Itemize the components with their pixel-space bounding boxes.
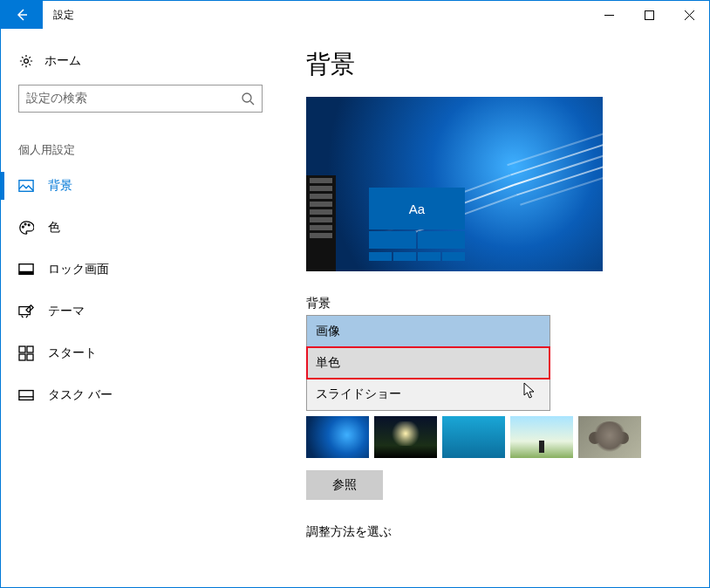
close-button[interactable] (669, 1, 709, 29)
search-icon (241, 92, 255, 106)
wallpaper-thumb[interactable] (578, 416, 641, 458)
maximize-icon (645, 10, 654, 20)
sidebar-item-themes[interactable]: テーマ (1, 291, 280, 332)
sidebar-item-label: ロック画面 (48, 262, 109, 277)
svg-rect-18 (19, 391, 33, 400)
home-label: ホーム (44, 53, 81, 69)
start-icon (18, 345, 34, 361)
taskbar-icon (18, 387, 34, 403)
search-input[interactable]: 設定の検索 (18, 85, 263, 113)
svg-point-4 (24, 59, 29, 64)
recent-images (306, 416, 683, 458)
preview-taskbar (306, 175, 336, 271)
minimize-icon (604, 10, 614, 20)
dropdown-option-picture[interactable]: 画像 (307, 316, 550, 347)
window-title: 設定 (43, 1, 589, 29)
arrow-left-icon (15, 8, 29, 22)
sidebar-item-lockscreen[interactable]: ロック画面 (1, 249, 280, 291)
svg-point-8 (23, 226, 24, 228)
close-icon (685, 10, 694, 20)
wallpaper-thumb[interactable] (374, 416, 437, 458)
gear-icon (18, 53, 34, 69)
wallpaper-thumb[interactable] (510, 416, 573, 458)
page-title: 背景 (306, 48, 683, 81)
home-button[interactable]: ホーム (1, 46, 280, 81)
picture-icon (18, 178, 34, 194)
dropdown-option-slideshow[interactable]: スライドショー (307, 379, 550, 410)
sidebar-item-taskbar[interactable]: タスク バー (1, 374, 280, 416)
svg-rect-12 (19, 271, 33, 275)
browse-button[interactable]: 参照 (306, 470, 383, 500)
category-label: 個人用設定 (1, 113, 280, 165)
sidebar-item-label: タスク バー (48, 387, 113, 403)
svg-rect-1 (645, 10, 653, 19)
sidebar-item-label: スタート (48, 345, 97, 361)
dropdown-option-solidcolor[interactable]: 単色 (307, 347, 550, 379)
svg-rect-16 (19, 354, 25, 360)
palette-icon (18, 220, 34, 236)
svg-rect-17 (27, 354, 33, 360)
back-button[interactable] (1, 1, 43, 29)
theme-icon (18, 304, 34, 319)
svg-rect-15 (27, 346, 33, 352)
sidebar: ホーム 設定の検索 個人用設定 背景 色 (1, 29, 280, 587)
minimize-button[interactable] (589, 1, 629, 29)
sidebar-item-background[interactable]: 背景 (1, 165, 280, 207)
sidebar-item-label: テーマ (48, 304, 85, 319)
window-controls (589, 1, 709, 29)
desktop-preview: Aa (306, 97, 603, 271)
svg-point-9 (24, 223, 26, 225)
svg-rect-7 (19, 181, 33, 192)
sidebar-item-start[interactable]: スタート (1, 332, 280, 374)
svg-point-5 (242, 93, 251, 102)
background-field-label: 背景 (306, 296, 683, 311)
maximize-button[interactable] (629, 1, 669, 29)
preview-sample-tile: Aa (369, 188, 465, 229)
search-placeholder: 設定の検索 (26, 91, 241, 106)
wallpaper-thumb[interactable] (306, 416, 369, 458)
sidebar-item-label: 色 (48, 220, 60, 236)
svg-rect-14 (19, 346, 25, 352)
preview-start-tiles: Aa (369, 188, 465, 271)
settings-window: 設定 ホーム 設定の検索 個人用 (0, 0, 710, 588)
sidebar-item-colors[interactable]: 色 (1, 207, 280, 249)
titlebar: 設定 (1, 1, 709, 29)
svg-point-10 (28, 224, 30, 226)
content-body: ホーム 設定の検索 個人用設定 背景 色 (1, 29, 709, 587)
wallpaper-thumb[interactable] (442, 416, 505, 458)
lockscreen-icon (18, 262, 34, 277)
background-type-dropdown[interactable]: 画像 単色 スライドショー (306, 315, 550, 411)
sidebar-item-label: 背景 (48, 178, 72, 194)
svg-line-6 (250, 101, 254, 105)
main-content: 背景 Aa 背景 画像 単色 スライドショー (280, 29, 709, 587)
fit-label: 調整方法を選ぶ (306, 524, 683, 540)
